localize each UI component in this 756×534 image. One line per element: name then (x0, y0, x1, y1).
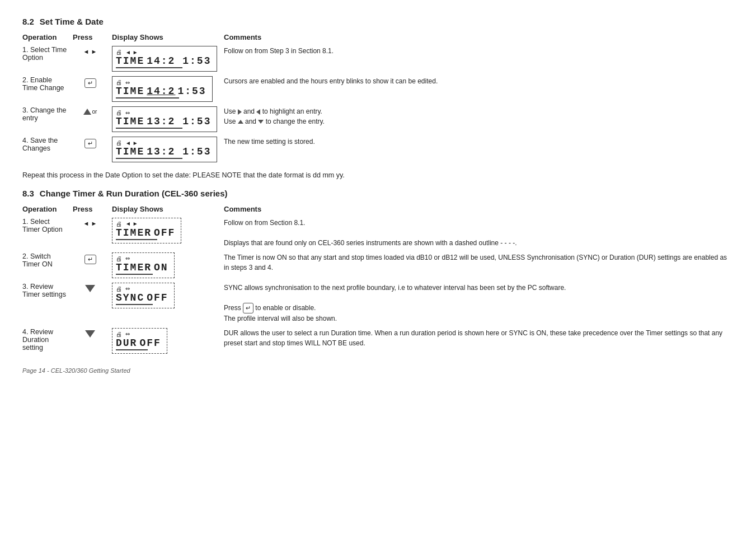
press-triangle-or: or (73, 109, 107, 115)
table-row: 4. Save the Changes ↵ 🖨 ◄ ► TIME 13:2 (22, 134, 734, 165)
col-header-press: Press (73, 204, 112, 216)
col-header-comments: Comments (224, 32, 734, 44)
triangle-left-icon (256, 109, 260, 115)
row-operation: Select Timer Option (22, 218, 63, 233)
display-box-3: 🖨 ⇔ TIME 13:2 1:53 (112, 106, 217, 132)
row-number: 1. (22, 46, 28, 54)
col-header-display: Display Shows (112, 204, 224, 216)
row-number: 4. (22, 328, 28, 336)
display-arrows: ⇔ (125, 255, 130, 261)
section-82: 8.2 Set Time & Date Operation Press Disp… (22, 17, 734, 181)
section-83-number: 8.3 (22, 189, 34, 198)
table-row: 3. Change the entry or 🖨 ⇔ (22, 104, 734, 134)
display-icon: 🖨 (116, 255, 122, 262)
display-value: OFF (154, 227, 175, 238)
row-number: 3. (22, 283, 28, 291)
row-operation: Save the Changes (22, 137, 58, 152)
section-83: 8.3 Change Timer & Run Duration (CEL-360… (22, 189, 734, 356)
display-label: TIMER (116, 262, 152, 273)
display-arrows: ⇔ (125, 110, 130, 116)
display-label: TIME (116, 86, 144, 97)
comments-1: Follow on from Section 8.1. Displays tha… (224, 216, 734, 250)
display-icon: 🖨 (116, 79, 122, 86)
col-header-press: Press (73, 32, 112, 44)
display-value: OFF (139, 338, 161, 349)
row-operation: Select Time Option (22, 46, 67, 62)
comments-3: SYNC allows synchronisation to the next … (224, 280, 734, 326)
display-box-dashed-1: 🖨 ◄ ► TIMER OFF (112, 218, 181, 243)
display-label: TIME (116, 55, 144, 67)
row-number: 3. (22, 106, 28, 114)
row-operation: Review Timer settings (22, 283, 66, 298)
display-box-2: 🖨 ⇔ TIME 14:2 1:53 (112, 76, 213, 102)
comment-line-1: Follow on from Section 8.1. (224, 219, 305, 227)
section-83-table: Operation Press Display Shows Comments 1… (22, 204, 734, 356)
display-underline (116, 239, 157, 240)
enter-icon: ↵ (84, 78, 96, 88)
display-icon: 🖨 (116, 139, 122, 146)
page-footer: Page 14 - CEL-320/360 Getting Started (22, 367, 734, 374)
display-underline (116, 158, 182, 159)
row-number: 4. (22, 137, 28, 144)
comments-2: Cursors are enabled and the hours entry … (224, 74, 734, 104)
display-icon: 🖨 (116, 331, 122, 338)
display-box-1: 🖨 ◄ ► TIME 14:2 1:53 (112, 46, 217, 72)
display-underline (116, 349, 148, 350)
enter-icon: ↵ (84, 255, 96, 264)
display-arrows: ◄ ► (125, 140, 138, 146)
display-icon: 🖨 (116, 49, 122, 55)
display-underline (116, 128, 182, 129)
enter-icon: ↵ (84, 139, 96, 148)
row-operation: Enable Time Change (22, 76, 64, 92)
table-row: 1. Select Timer Option ◄ ► 🖨 ◄ ► (22, 216, 734, 250)
col-header-operation: Operation (22, 32, 73, 44)
display-value: OFF (147, 292, 168, 303)
col-header-operation: Operation (22, 204, 73, 216)
display-box-dashed-3: 🖨 ⇔ SYNC OFF (112, 283, 175, 308)
press-arrows-icon: ◄ ► (73, 220, 107, 227)
triangle-right-icon (238, 109, 242, 115)
comments-3: Use and to highlight an entry. Use and t… (224, 104, 734, 134)
comments-4: The new time setting is stored. (224, 134, 734, 165)
display-value: 14:2 (147, 86, 175, 97)
row-operation: Change the entry (22, 106, 67, 122)
display-arrows: ◄ ► (125, 49, 138, 55)
display-label: DUR (116, 338, 137, 349)
display-arrows: ⇔ (125, 331, 130, 337)
display-arrows: ⇔ (125, 285, 130, 292)
table-row: 3. Review Timer settings 🖨 ⇔ SYNC O (22, 280, 734, 326)
display-icon: 🖨 (116, 285, 122, 292)
enter-icon-inline: ↵ (243, 303, 253, 313)
section-82-table: Operation Press Display Shows Comments 1… (22, 32, 734, 165)
section-82-note: Repeat this process in the Date Option t… (22, 170, 734, 181)
display-value: ON (154, 262, 168, 273)
section-82-number: 8.2 (22, 17, 34, 26)
triangle-down-press-icon2 (85, 330, 95, 338)
display-icon: 🖨 (116, 221, 122, 227)
display-arrows: ⇔ (125, 79, 130, 86)
display-arrows: ◄ ► (125, 221, 138, 227)
display-label: SYNC (116, 292, 144, 303)
display-underline (116, 274, 153, 275)
triangle-up-icon (238, 120, 243, 124)
table-row: 2. Enable Time Change ↵ 🖨 ⇔ TIME 14:2 (22, 74, 734, 104)
section-82-title: Set Time & Date (40, 17, 104, 26)
row-number: 2. (22, 76, 28, 84)
triangle-down-icon (258, 120, 264, 124)
table-row: 2. Switch Timer ON ↵ 🖨 ⇔ TIMER ON (22, 250, 734, 280)
display-value2: 1:53 (177, 86, 206, 97)
comments-4: DUR allows the user to select a run Dura… (224, 326, 734, 356)
triangle-down-press-icon (85, 285, 95, 292)
display-value: 13:2 1:53 (147, 146, 211, 157)
display-label: TIME (116, 146, 144, 157)
col-header-display: Display Shows (112, 32, 224, 44)
col-header-comments: Comments (224, 204, 734, 216)
display-box-dashed-4: 🖨 ⇔ DUR OFF (112, 328, 167, 354)
row-number: 2. (22, 252, 28, 260)
display-icon: 🖨 (116, 109, 122, 116)
comments-1: Follow on from Step 3 in Section 8.1. (224, 44, 734, 74)
display-underline (116, 67, 182, 68)
display-label: TIMER (116, 227, 152, 238)
table-row: 1. Select Time Option ◄ ► 🖨 ◄ ► (22, 44, 734, 74)
display-underline (116, 304, 153, 305)
